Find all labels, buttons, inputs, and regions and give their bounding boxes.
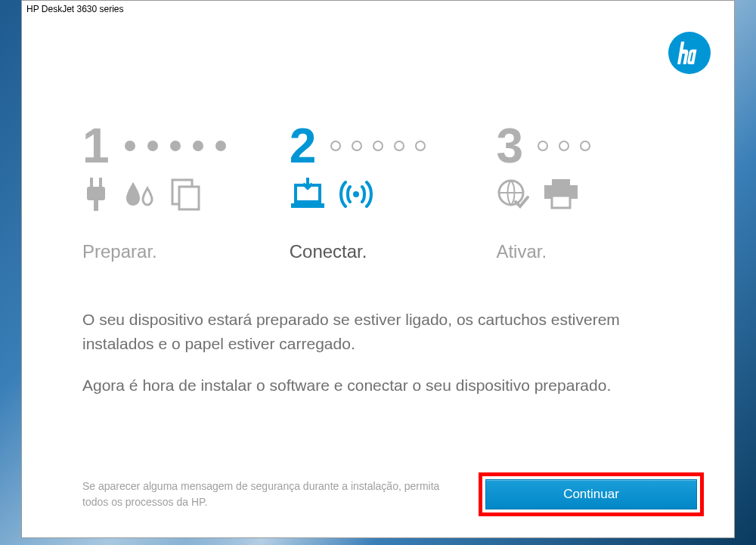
svg-rect-13 xyxy=(552,196,570,208)
instruction-text: O seu dispositivo estará preparado se es… xyxy=(67,308,689,398)
progress-dot-icon xyxy=(193,141,203,151)
ink-drops-icon xyxy=(123,178,156,211)
printer-icon xyxy=(543,179,579,209)
step-1: 1 xyxy=(82,123,260,262)
progress-dot-icon xyxy=(352,141,362,151)
progress-dot-icon xyxy=(147,141,158,151)
progress-dot-icon xyxy=(559,141,569,151)
progress-dot-icon xyxy=(415,141,426,151)
globe-check-icon xyxy=(496,178,529,211)
progress-steps: 1 xyxy=(67,123,689,262)
step-2: 2 xyxy=(290,123,467,262)
window-titlebar: HP DeskJet 3630 series xyxy=(22,1,734,17)
step-1-number: 1 xyxy=(82,118,110,174)
hp-logo-icon xyxy=(668,31,711,75)
step-2-number: 2 xyxy=(290,118,317,174)
step-2-label: Conectar. xyxy=(290,241,467,262)
progress-dot-icon xyxy=(394,141,404,151)
step-1-label: Preparar. xyxy=(82,241,260,262)
progress-dot-icon xyxy=(330,141,341,151)
wireless-antenna-icon xyxy=(339,178,373,211)
step-3-number: 3 xyxy=(496,118,523,174)
instruction-paragraph-1: O seu dispositivo estará preparado se es… xyxy=(82,308,674,355)
svg-point-9 xyxy=(353,191,359,197)
svg-rect-12 xyxy=(552,179,570,185)
paper-copy-icon xyxy=(170,178,202,211)
progress-dot-icon xyxy=(125,141,135,151)
step-3: 3 xyxy=(496,123,674,262)
progress-dot-icon xyxy=(580,141,590,151)
svg-rect-1 xyxy=(90,178,93,187)
progress-dot-icon xyxy=(215,141,226,151)
step-3-label: Ativar. xyxy=(496,241,674,262)
svg-rect-3 xyxy=(87,187,105,200)
progress-dot-icon xyxy=(538,141,548,151)
power-plug-icon xyxy=(82,178,110,211)
laptop-download-icon xyxy=(290,178,326,211)
progress-dot-icon xyxy=(373,141,383,151)
svg-rect-2 xyxy=(99,178,102,187)
continue-button[interactable]: Continuar xyxy=(485,479,697,509)
security-note: Se aparecer alguma mensagem de segurança… xyxy=(67,478,445,510)
svg-rect-6 xyxy=(179,187,199,209)
window-title: HP DeskJet 3630 series xyxy=(26,4,124,14)
installer-window: HP DeskJet 3630 series 1 xyxy=(21,0,735,538)
progress-dot-icon xyxy=(170,141,181,151)
highlight-box: Continuar xyxy=(479,472,704,516)
svg-rect-4 xyxy=(94,200,98,211)
instruction-paragraph-2: Agora é hora de instalar o software e co… xyxy=(82,373,674,398)
svg-rect-8 xyxy=(291,203,324,208)
